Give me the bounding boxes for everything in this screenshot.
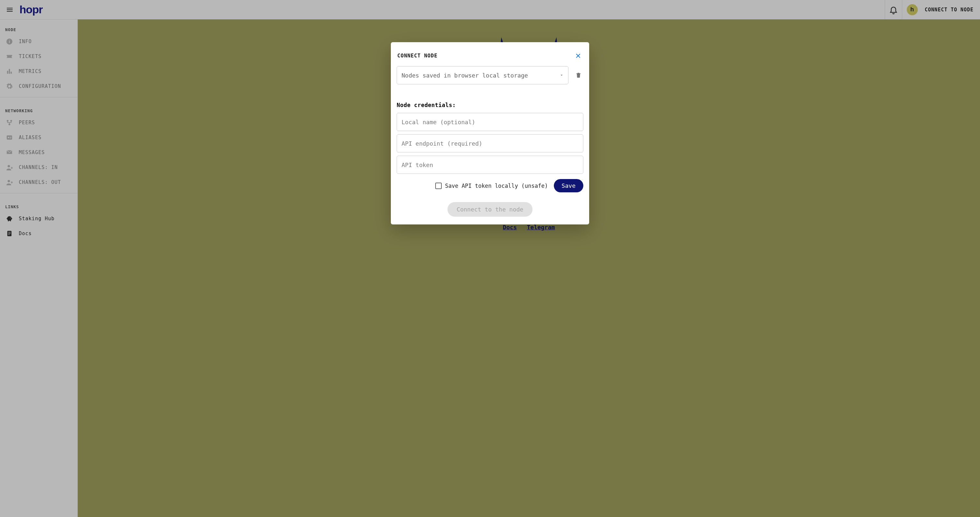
local-name-input[interactable] <box>397 113 583 131</box>
modal-close-button[interactable] <box>574 51 583 60</box>
save-button[interactable]: Save <box>554 179 583 192</box>
api-token-input[interactable] <box>397 156 583 174</box>
modal-title: CONNECT NODE <box>397 53 438 59</box>
checkbox-label: Save API token locally (unsafe) <box>445 183 548 189</box>
api-endpoint-input[interactable] <box>397 134 583 152</box>
connect-node-modal: CONNECT NODE Nodes saved in browser loca… <box>391 42 589 225</box>
saved-nodes-select[interactable]: Nodes saved in browser local storage <box>397 66 568 85</box>
save-token-checkbox[interactable]: Save API token locally (unsafe) <box>435 183 548 189</box>
select-label: Nodes saved in browser local storage <box>401 72 528 79</box>
chevron-down-icon <box>560 73 563 77</box>
modal-overlay[interactable]: CONNECT NODE Nodes saved in browser loca… <box>0 0 980 517</box>
close-icon <box>575 53 581 59</box>
trash-icon <box>575 72 582 79</box>
delete-saved-node-button[interactable] <box>574 70 583 80</box>
credentials-label: Node credentials: <box>397 102 583 109</box>
connect-to-node-button[interactable]: Connect to the node <box>447 202 533 217</box>
checkbox-icon <box>435 183 442 189</box>
